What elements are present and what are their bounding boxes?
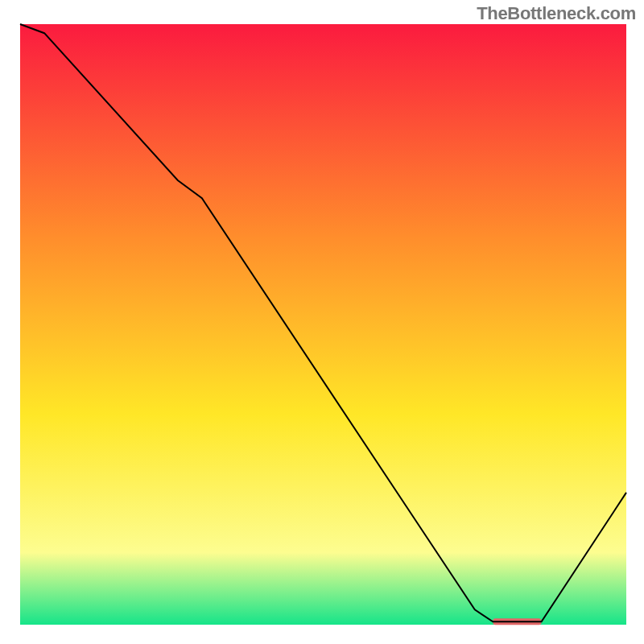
plot-background	[20, 24, 626, 625]
chart-stage: TheBottleneck.com	[0, 0, 644, 644]
bottleneck-chart	[0, 0, 644, 644]
